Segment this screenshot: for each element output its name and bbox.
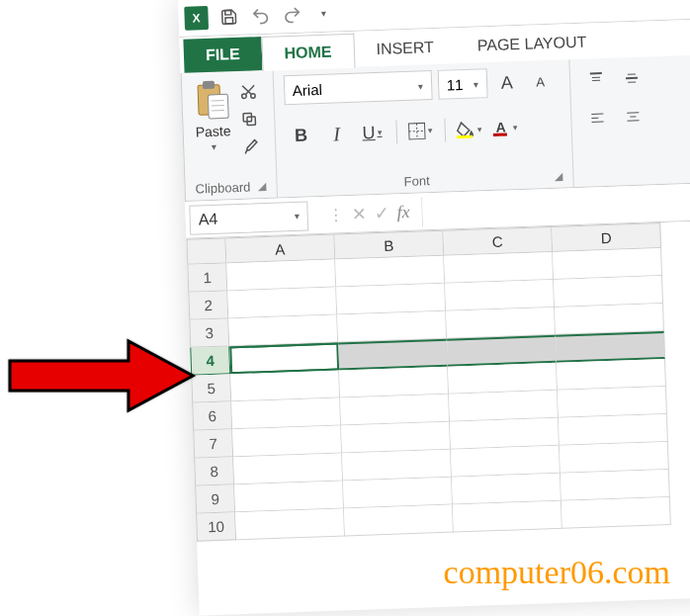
cell[interactable] [230,371,340,402]
redo-icon[interactable] [281,3,303,26]
bold-button[interactable]: B [285,120,317,150]
cell[interactable] [226,260,336,292]
font-dialog-launcher-icon[interactable]: ◢ [547,170,562,184]
cell[interactable] [453,501,562,533]
row-header[interactable]: 4 [190,346,230,375]
cell[interactable] [446,308,556,339]
separator [444,119,446,142]
cut-button[interactable] [237,80,260,103]
cell[interactable] [556,331,665,363]
cell[interactable] [231,398,341,430]
separator [395,120,397,143]
column-header[interactable]: B [334,230,444,260]
row-header[interactable]: 8 [194,457,234,485]
cell[interactable] [452,474,561,505]
cell[interactable] [557,359,666,391]
chevron-down-icon: ▾ [474,78,478,89]
cancel-formula-button[interactable]: ✕ [351,203,367,225]
svg-rect-4 [208,94,228,119]
cell[interactable] [227,288,337,319]
cell[interactable] [558,387,667,418]
undo-icon[interactable] [249,4,272,27]
cell[interactable] [448,363,558,395]
arrow-annotation-icon [0,336,198,415]
copy-button[interactable] [238,108,261,131]
underline-button[interactable]: U▾ [356,118,388,148]
borders-button[interactable]: ▾ [404,116,437,146]
cell[interactable] [554,276,663,308]
format-painter-button[interactable] [239,135,262,158]
align-left-button[interactable] [581,104,614,134]
row-header[interactable]: 5 [191,374,231,402]
column-header[interactable]: C [443,226,553,256]
formula-input[interactable] [422,187,690,226]
cell[interactable] [234,481,344,512]
row-header[interactable]: 6 [192,401,232,430]
font-name-select[interactable]: Arial ▾ [283,70,432,105]
font-size-select[interactable]: 11 ▾ [437,68,487,100]
tab-page-layout[interactable]: PAGE LAYOUT [455,25,609,63]
cell[interactable] [444,252,554,284]
cell[interactable] [340,395,450,426]
paste-label: Paste [195,123,230,139]
column-header[interactable]: D [552,222,661,252]
cell[interactable] [449,391,559,422]
align-center-button[interactable] [617,102,649,132]
save-icon[interactable] [217,5,240,28]
row-header[interactable]: 3 [189,318,229,347]
cell[interactable] [232,425,342,457]
decrease-font-button[interactable]: A [526,67,555,96]
cell[interactable] [553,248,662,280]
cell[interactable] [561,497,671,529]
cell[interactable] [445,280,555,311]
cell[interactable] [339,367,449,398]
enter-formula-button[interactable]: ✓ [374,202,389,224]
row-header[interactable]: 1 [187,263,227,292]
row-header[interactable]: 10 [196,512,236,541]
customize-qat-icon[interactable]: ▾ [312,2,335,25]
cell[interactable] [343,478,453,509]
clipboard-dialog-launcher-icon[interactable]: ◢ [250,180,266,194]
fill-color-button[interactable]: ▾ [453,114,485,144]
cell[interactable] [233,453,343,484]
vertical-dots-icon: ⋮ [327,205,344,224]
cell[interactable] [451,446,561,478]
svg-point-9 [251,94,256,99]
cell[interactable] [447,335,557,367]
row-header[interactable]: 7 [193,429,233,458]
cell[interactable] [342,450,452,482]
row-header[interactable]: 9 [195,484,235,513]
active-cell[interactable] [229,343,339,375]
fx-icon[interactable]: fx [396,202,410,222]
cell[interactable] [559,414,668,446]
cell[interactable] [450,418,560,450]
cell[interactable] [337,311,447,343]
cell[interactable] [338,339,448,371]
watermark-text: computer06.com [444,554,670,591]
align-top-button[interactable] [579,64,612,95]
increase-font-button[interactable]: A [492,68,521,97]
cell[interactable] [555,304,664,335]
column-header[interactable]: A [225,234,335,264]
cell[interactable] [341,422,451,454]
paste-dropdown-icon[interactable]: ▾ [212,141,216,152]
tab-insert[interactable]: INSERT [354,30,457,67]
tab-home[interactable]: HOME [261,34,355,71]
paste-button[interactable]: Paste ▾ [192,77,234,152]
cell[interactable] [560,442,669,474]
cell[interactable] [335,256,445,288]
cell[interactable] [344,505,454,537]
spreadsheet-grid[interactable]: A B C D 1 2 3 4 5 6 7 8 9 10 [186,221,690,542]
cell[interactable] [561,470,670,501]
select-all-corner[interactable] [186,237,226,264]
name-box[interactable]: A4 ▾ [189,201,308,234]
cell[interactable] [336,284,446,315]
cell[interactable] [235,508,345,540]
italic-button[interactable]: I [320,119,353,149]
cell[interactable] [228,315,338,347]
align-middle-button[interactable] [615,62,647,93]
font-color-button[interactable]: A ▾ [488,113,521,143]
tab-file[interactable]: FILE [183,37,262,73]
font-name-value: Arial [293,80,323,98]
row-header[interactable]: 2 [188,291,228,319]
